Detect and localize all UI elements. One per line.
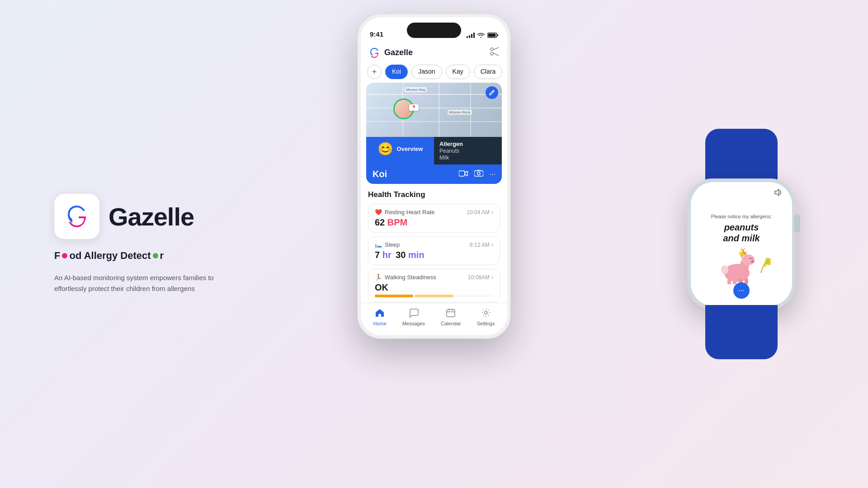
svg-point-6 [491, 52, 493, 55]
photo-icon[interactable] [474, 170, 483, 179]
svg-rect-3 [497, 34, 498, 36]
allergen-peanuts: Peanuts [439, 148, 496, 154]
sleep-header: 🛏️ Sleep 8:12 AM › [375, 241, 493, 248]
bottom-navigation: Home Messages Calendar [361, 303, 507, 335]
app-icon [54, 194, 99, 239]
smiley-icon: 😊 [377, 141, 393, 156]
wifi-icon [477, 33, 485, 38]
sleep-value: 7 hr 30 min [375, 250, 493, 260]
heart-icon: ❤️ [375, 209, 382, 216]
walking-icon: 🏃 [375, 274, 382, 281]
svg-rect-2 [488, 34, 496, 37]
bar-seg-3 [455, 295, 493, 297]
gazelle-logo-icon [368, 47, 381, 59]
heart-rate-text: Resting Heart Rate [385, 209, 435, 216]
nav-calendar-label: Calendar [441, 321, 461, 326]
dynamic-island [407, 23, 461, 38]
tab-clara[interactable]: Clara [474, 65, 502, 79]
heart-rate-time: 10:04 AM › [467, 209, 493, 216]
svg-point-33 [721, 265, 728, 274]
scissors-icon[interactable] [489, 46, 500, 59]
app-name: Gazelle [108, 202, 194, 231]
phone-mockup: 9:41 [357, 14, 511, 339]
sleep-icon: 🛏️ [375, 241, 382, 248]
svg-line-7 [493, 47, 499, 50]
map-edit-button[interactable] [486, 86, 498, 99]
svg-rect-28 [733, 280, 736, 284]
map-location-label: 📍 [409, 104, 419, 111]
koi-name-label: Koi [373, 169, 387, 179]
svg-point-32 [739, 251, 741, 254]
nav-messages[interactable]: Messages [402, 308, 425, 326]
svg-rect-12 [447, 310, 455, 317]
svg-line-24 [743, 249, 745, 251]
walking-label: 🏃 Walking Steadiness [375, 274, 436, 281]
sleep-text: Sleep [385, 241, 400, 248]
map-section: Mission Bay Mission Rock 📍 [366, 83, 502, 137]
heart-rate-card[interactable]: ❤️ Resting Heart Rate 10:04 AM › 62 BPM [368, 204, 500, 233]
video-call-icon[interactable] [459, 170, 468, 179]
signal-bar-1 [467, 36, 468, 38]
nav-calendar[interactable]: Calendar [441, 308, 461, 326]
watch-allergen-display: peanutsand milk [723, 222, 760, 244]
svg-rect-27 [727, 279, 731, 284]
calendar-icon [446, 308, 456, 319]
walking-steadiness-card[interactable]: 🏃 Walking Steadiness 10:08AM › OK [368, 269, 500, 302]
nav-home-label: Home [373, 321, 387, 326]
map-road-v2 [439, 83, 439, 137]
watch-illustration [712, 248, 771, 284]
watch-notice-text: Please notice my allergens: [711, 214, 772, 219]
map-background: Mission Bay Mission Rock 📍 [366, 83, 502, 137]
map-label-1: Mission Bay [405, 87, 427, 92]
map-road-h3 [366, 121, 502, 122]
watch-band-top [705, 129, 778, 183]
map-road-h1 [366, 94, 502, 95]
add-profile-button[interactable]: + [367, 65, 382, 79]
left-branding: Gazelle Fod Allergy Detectr An AI-based … [54, 194, 217, 294]
svg-point-5 [491, 48, 493, 51]
map-label-2: Mission Rock [448, 110, 472, 115]
tab-kay[interactable]: Kay [446, 65, 470, 79]
koi-action-buttons: ··· [459, 170, 495, 179]
tab-koi[interactable]: Koi [385, 65, 408, 79]
watch-mockup: Please notice my allergens: peanutsand m… [687, 178, 796, 310]
steadiness-bar [375, 295, 493, 297]
sleep-card[interactable]: 🛏️ Sleep 8:12 AM › 7 hr 30 [368, 236, 500, 265]
watch-crown [794, 215, 800, 233]
chat-icon [409, 308, 419, 319]
nav-home[interactable]: Home [373, 308, 387, 326]
watch-outer: Please notice my allergens: peanutsand m… [687, 178, 796, 310]
svg-rect-10 [474, 171, 483, 176]
svg-point-16 [485, 311, 487, 314]
tagline-dot-o [62, 253, 67, 258]
allergen-tab-label: Allergen [439, 141, 496, 147]
allergen-milk: Milk [439, 155, 496, 161]
settings-icon [481, 308, 491, 319]
watch-more-dots: ··· [738, 286, 744, 295]
phone-inner: 9:41 [361, 17, 507, 335]
app-description: An AI-based monitoring system empowers f… [54, 272, 217, 294]
app-logo-row: Gazelle [54, 194, 217, 239]
svg-line-8 [493, 53, 499, 56]
tab-jason[interactable]: Jason [411, 65, 442, 79]
overview-tab[interactable]: 😊 Overview [366, 137, 434, 164]
watch-more-button[interactable]: ··· [733, 282, 750, 299]
svg-point-36 [764, 262, 767, 267]
signal-bar-4 [473, 33, 475, 38]
profile-tabs: + Koi Jason Kay Clara [361, 63, 507, 83]
watch-screen: Please notice my allergens: peanutsand m… [691, 182, 792, 306]
overview-label: Overview [397, 145, 423, 152]
sleep-hr-unit: hr [382, 250, 392, 260]
svg-point-26 [751, 260, 755, 263]
signal-bars [467, 33, 475, 38]
phone-outer: 9:41 [357, 14, 511, 339]
battery-icon [487, 33, 498, 38]
health-tracking-title: Health Tracking [368, 190, 500, 199]
speaker-icon [774, 188, 783, 198]
more-options-icon[interactable]: ··· [490, 170, 495, 178]
nav-settings[interactable]: Settings [477, 308, 495, 326]
allergen-tab[interactable]: Allergen Peanuts Milk [434, 137, 502, 164]
koi-profile-bar: Koi ··· [366, 164, 502, 184]
home-icon [375, 308, 385, 319]
nav-messages-label: Messages [402, 321, 425, 326]
